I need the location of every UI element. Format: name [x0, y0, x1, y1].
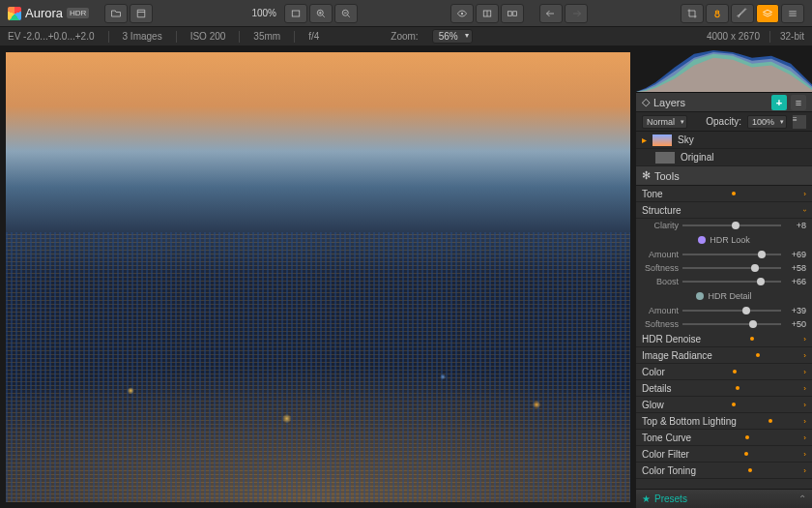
compare-side-button[interactable] [501, 4, 524, 23]
layer-row-sky[interactable]: ▸ Sky [636, 132, 812, 149]
brush-button[interactable] [731, 4, 754, 23]
aperture-label: f/4 [308, 31, 319, 42]
menu-button[interactable] [781, 4, 804, 23]
tools-body: Tone› Structure› Clarity +8 HDR Look Amo… [636, 186, 812, 489]
tools-icon: ✻ [642, 169, 651, 182]
svg-rect-5 [508, 11, 511, 15]
layer-name: Original [681, 152, 713, 163]
images-count: 3 Images [123, 31, 162, 42]
bitdepth-label: 32-bit [780, 31, 804, 42]
section-color-toning[interactable]: Color Toning› [636, 463, 812, 479]
look-amount-slider[interactable]: Amount +69 [636, 248, 812, 261]
crop-button[interactable] [681, 4, 704, 23]
focal-label: 35mm [253, 31, 280, 42]
dimensions-label: 4000 x 2670 [707, 31, 760, 42]
section-color-filter[interactable]: Color Filter› [636, 446, 812, 463]
undo-button[interactable] [539, 4, 563, 23]
section-tone-curve[interactable]: Tone Curve› [636, 430, 812, 446]
star-icon: ★ [642, 493, 651, 504]
section-details[interactable]: Details› [636, 380, 812, 397]
chevron-up-icon: ⌃ [798, 493, 806, 504]
fit-screen-button[interactable] [284, 4, 307, 23]
section-hdr-denoise[interactable]: HDR Denoise› [636, 331, 812, 347]
svg-point-3 [461, 12, 463, 14]
layers-icon: ◇ [642, 96, 650, 108]
aurora-logo-icon [8, 7, 21, 20]
photo-preview[interactable] [6, 52, 630, 502]
opacity-label: Opacity: [706, 116, 741, 127]
canvas-area [0, 46, 636, 508]
hand-tool-button[interactable] [706, 4, 729, 23]
opacity-dropdown[interactable]: 100% [747, 115, 787, 129]
iso-label: ISO 200 [190, 31, 226, 42]
zoom-dropdown[interactable]: 56% [432, 29, 473, 44]
section-structure[interactable]: Structure› [636, 202, 812, 219]
hdr-detail-header: HDR Detail [636, 288, 812, 304]
layer-options-button[interactable]: ≡ [793, 115, 806, 129]
redo-button[interactable] [565, 4, 588, 23]
section-tone[interactable]: Tone› [636, 186, 812, 202]
hdr-look-header: HDR Look [636, 232, 812, 248]
detail-amount-slider[interactable]: Amount +39 [636, 304, 812, 317]
export-button[interactable] [130, 4, 153, 23]
svg-rect-0 [292, 11, 300, 16]
zoom-out-button[interactable] [334, 4, 358, 23]
layers-menu-button[interactable]: ≡ [791, 95, 806, 110]
section-image-radiance[interactable]: Image Radiance› [636, 347, 812, 364]
layer-controls: Normal Opacity: 100% ≡ [636, 112, 812, 132]
preview-eye-button[interactable] [450, 4, 474, 23]
open-file-button[interactable] [104, 4, 128, 23]
look-boost-slider[interactable]: Boost +66 [636, 275, 812, 288]
blend-mode-dropdown[interactable]: Normal [642, 115, 687, 129]
layer-name: Sky [678, 134, 694, 145]
svg-rect-6 [513, 11, 517, 15]
histogram[interactable] [636, 46, 812, 93]
section-top-bottom-lighting[interactable]: Top & Bottom Lighting› [636, 413, 812, 430]
presets-label: Presets [654, 493, 687, 504]
right-sidebar: ◇ Layers + ≡ Normal Opacity: 100% ≡ ▸ Sk… [636, 46, 812, 508]
add-layer-button[interactable]: + [771, 95, 787, 110]
section-color[interactable]: Color› [636, 364, 812, 380]
layers-toggle-button[interactable] [756, 4, 779, 23]
layer-row-original[interactable]: Original [636, 149, 812, 166]
zoom-in-button[interactable] [309, 4, 333, 23]
look-softness-slider[interactable]: Softness +58 [636, 261, 812, 275]
compare-split-button[interactable] [476, 4, 499, 23]
section-glow[interactable]: Glow› [636, 397, 812, 413]
layers-panel-header: ◇ Layers + ≡ [636, 93, 812, 112]
main-area: ◇ Layers + ≡ Normal Opacity: 100% ≡ ▸ Sk… [0, 46, 812, 508]
hdr-badge: HDR [67, 8, 89, 18]
presets-bar[interactable]: ★ Presets ⌃ [636, 489, 812, 508]
tools-title: Tools [654, 170, 680, 182]
top-toolbar: Aurora HDR 100% [0, 0, 812, 27]
zoom-label: Zoom: [391, 31, 418, 42]
layer-thumb-icon [652, 134, 672, 146]
tools-panel-header: ✻ Tools [636, 166, 812, 186]
ev-label: EV -2.0...+0.0...+2.0 [8, 31, 95, 42]
zoom-percent: 100% [246, 8, 282, 18]
layers-title: Layers [653, 97, 685, 108]
clarity-slider[interactable]: Clarity +8 [636, 219, 812, 232]
app-logo: Aurora HDR [8, 6, 89, 20]
detail-softness-slider[interactable]: Softness +50 [636, 317, 812, 331]
app-name: Aurora [25, 6, 63, 20]
info-bar: EV -2.0...+0.0...+2.0 3 Images ISO 200 3… [0, 27, 812, 46]
layer-thumb-icon [655, 152, 675, 164]
